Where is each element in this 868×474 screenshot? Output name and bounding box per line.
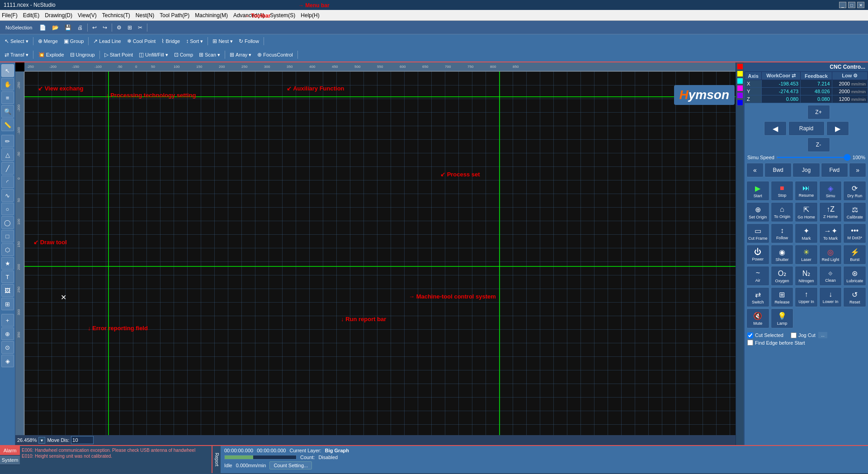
- toolbar-icon3[interactable]: ✂: [135, 24, 145, 32]
- text-tool[interactable]: T: [1, 270, 14, 283]
- plus-tool[interactable]: +: [1, 314, 14, 327]
- simu-speed-slider[interactable]: [776, 156, 851, 158]
- bezier-tool[interactable]: ∿: [1, 189, 14, 202]
- scan-btn[interactable]: ⊞ Scan ▾: [196, 51, 223, 59]
- menu-machining[interactable]: Machining(M): [195, 12, 228, 19]
- color-purple[interactable]: [737, 92, 743, 99]
- report-toggle[interactable]: Report: [212, 446, 221, 473]
- canvas-content[interactable]: ✕ Hymson ↙ View exchang ↓ Processing tec…: [24, 71, 744, 445]
- ellipse-tool[interactable]: ◯: [1, 216, 14, 229]
- focuscontrol-btn[interactable]: ⊕ FocusControl: [255, 51, 295, 59]
- color-red[interactable]: [737, 63, 743, 70]
- jog-cut-extra-btn[interactable]: ...: [818, 332, 827, 338]
- nest-btn[interactable]: ⊞ Nest ▾: [210, 37, 236, 45]
- laser-btn[interactable]: ✳Laser: [795, 245, 818, 265]
- rapid-btn[interactable]: Rapid: [788, 121, 825, 136]
- reset-btn[interactable]: ↺Reset: [843, 287, 866, 307]
- circle-tool[interactable]: ○: [1, 203, 14, 215]
- menu-technics[interactable]: Technics(T): [102, 12, 130, 19]
- save-btn[interactable]: 💾: [62, 24, 74, 32]
- transf-btn[interactable]: ⇄ Transf ▾: [2, 51, 31, 59]
- cursor-tool[interactable]: ↖: [1, 64, 14, 77]
- layers-tool[interactable]: ≡: [1, 91, 14, 104]
- array-btn[interactable]: ⊞ Array ▾: [227, 51, 254, 59]
- extra-tool1[interactable]: ⊙: [1, 341, 14, 354]
- switch-btn[interactable]: ⇄Switch: [746, 287, 769, 307]
- toolbar-icon2[interactable]: ⊞: [125, 24, 135, 32]
- to_origin-btn[interactable]: ⌂To Origin: [771, 202, 794, 222]
- jog-btn[interactable]: Jog: [793, 163, 820, 177]
- mute-btn[interactable]: 🔇Mute: [746, 308, 769, 328]
- extra-tool2[interactable]: ◈: [1, 355, 14, 367]
- shutter-btn[interactable]: ◉Shutter: [771, 245, 794, 265]
- unfill-btn[interactable]: ◫ Unfill/Fill ▾: [136, 51, 171, 59]
- pencil-tool[interactable]: ✏: [1, 135, 14, 147]
- bridge-btn[interactable]: ⌇ Bridge: [159, 37, 183, 45]
- cut-selected-check[interactable]: [747, 332, 753, 338]
- close-btn[interactable]: ✕: [857, 2, 864, 8]
- mark-btn[interactable]: ✦Mark: [795, 223, 818, 243]
- line-tool[interactable]: ╱: [1, 162, 14, 175]
- start-btn[interactable]: ▶Start: [746, 181, 769, 201]
- maximize-btn[interactable]: □: [848, 2, 855, 8]
- air-btn[interactable]: ~Air: [746, 266, 769, 286]
- z-minus-btn[interactable]: Z-: [807, 137, 830, 152]
- move-dis-input[interactable]: [71, 436, 94, 444]
- jog-cut-check[interactable]: [791, 332, 797, 338]
- color-magenta[interactable]: [737, 85, 743, 91]
- release-btn[interactable]: ⊞Release: [771, 287, 794, 307]
- clean-btn[interactable]: ⟐Clean: [819, 266, 842, 286]
- arc-tool[interactable]: ◜: [1, 175, 14, 188]
- color-blue[interactable]: [737, 100, 743, 106]
- menu-advanced[interactable]: Advanced(A): [233, 12, 264, 19]
- hand-tool[interactable]: ✋: [1, 78, 14, 90]
- nodes-tool[interactable]: ⊞: [1, 298, 14, 310]
- rect-tool[interactable]: □: [1, 230, 14, 242]
- zoom-dropdown[interactable]: ▾: [38, 437, 45, 444]
- cut_frame-btn[interactable]: ▭Cut Frame: [746, 223, 769, 243]
- system-tab[interactable]: System: [0, 455, 20, 465]
- resume-btn[interactable]: ⏭Resume: [795, 181, 818, 201]
- ruler-tool[interactable]: 📏: [1, 118, 14, 131]
- menu-system[interactable]: System(S): [270, 12, 295, 19]
- color-cyan[interactable]: [737, 78, 743, 84]
- lamp-btn[interactable]: 💡Lamp: [771, 308, 794, 328]
- menu-edit[interactable]: Edit(E): [23, 12, 40, 19]
- stop-btn[interactable]: ■Stop: [771, 181, 794, 201]
- new-btn[interactable]: 📄: [37, 24, 49, 32]
- menu-view[interactable]: View(V): [78, 12, 97, 19]
- fwd-dbl-btn[interactable]: »: [849, 163, 866, 177]
- menu-file[interactable]: File(F): [2, 12, 18, 19]
- cool-point-btn[interactable]: ❄ Cool Point: [124, 37, 159, 45]
- minimize-btn[interactable]: _: [839, 2, 846, 8]
- nitrogen-btn[interactable]: N₂Nitrogen: [795, 266, 818, 286]
- nav-right-btn[interactable]: ▶: [826, 121, 849, 136]
- toolbar-icon1[interactable]: ⚙: [114, 24, 124, 32]
- menu-nest[interactable]: Nest(N): [136, 12, 154, 19]
- start-point-btn[interactable]: ▷ Start Point: [102, 51, 136, 59]
- lubricate-btn[interactable]: ⊛Lubricate: [843, 266, 866, 286]
- lower_in-btn[interactable]: ↓Lower In: [819, 287, 842, 307]
- z_home-btn[interactable]: ↑ZZ Home: [819, 202, 842, 222]
- bwd-dbl-btn[interactable]: «: [746, 163, 764, 177]
- z-plus-btn[interactable]: Z+: [807, 105, 830, 119]
- to_mark-btn[interactable]: →✦To Mark: [819, 223, 842, 243]
- lead-line-btn[interactable]: ↗ Lead Line: [90, 37, 123, 45]
- menu-help[interactable]: Help(H): [301, 12, 319, 19]
- move-tool[interactable]: ⊕: [1, 327, 14, 340]
- bwd-btn[interactable]: Bwd: [764, 163, 792, 177]
- triangle-tool[interactable]: △: [1, 148, 14, 161]
- calibrate-btn[interactable]: ⚖Calibrate: [843, 202, 866, 222]
- select-btn[interactable]: ↖ Select ▾: [2, 37, 31, 45]
- go_home-btn[interactable]: ⇱Go Home: [795, 202, 818, 222]
- oxygen-btn[interactable]: O₂Oxygen: [771, 266, 794, 286]
- count-setting-btn[interactable]: Count Setting...: [269, 461, 312, 469]
- canvas-area[interactable]: -250 -200 -150 -100 -50 0 50 100 150 200…: [15, 62, 744, 445]
- sort-btn[interactable]: ↕ Sort ▾: [183, 37, 206, 45]
- burst-btn[interactable]: ⚡Burst: [843, 245, 866, 265]
- menu-drawing[interactable]: Drawing(D): [45, 12, 72, 19]
- comp-btn[interactable]: ⊡ Comp: [171, 51, 196, 59]
- print-btn[interactable]: 🖨: [75, 24, 85, 32]
- fwd-btn[interactable]: Fwd: [821, 163, 848, 177]
- set_origin-btn[interactable]: ⊕Set Origin: [746, 202, 769, 222]
